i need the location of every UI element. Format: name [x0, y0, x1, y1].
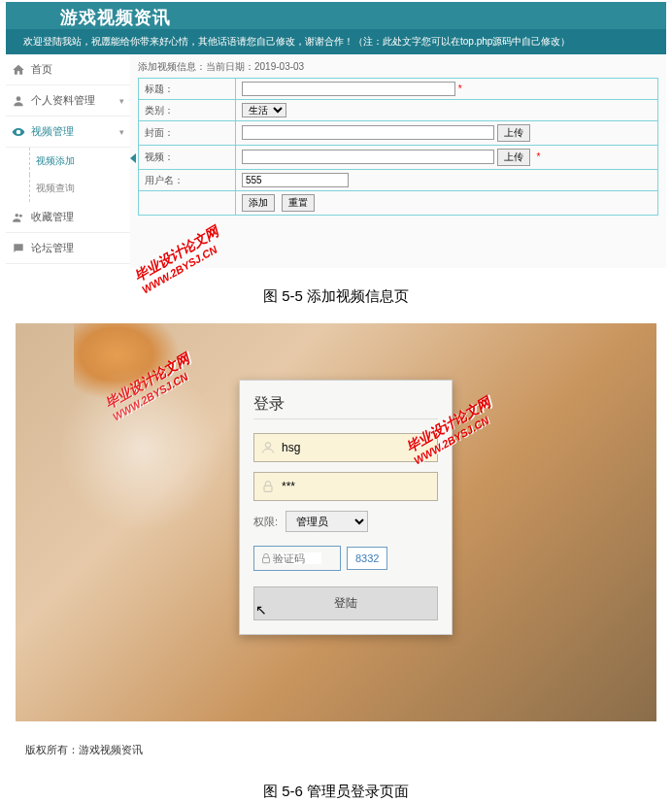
eye-icon: [12, 125, 25, 139]
form-row-video: 视频： 上传 *: [139, 146, 658, 170]
svg-point-2: [19, 214, 22, 217]
nav-forum-label: 论坛管理: [31, 241, 74, 255]
video-submenu: 视频添加 视频查询: [6, 148, 130, 202]
user-icon: [260, 440, 276, 455]
home-icon: [12, 63, 25, 77]
form-row-actions: 添加 重置: [139, 191, 658, 216]
captcha-code[interactable]: 8332: [347, 547, 387, 570]
content-area: 添加视频信息：当前日期：2019-03-03 标题： * 类别： 生活 封面： …: [130, 54, 666, 268]
admin-panel-screenshot: 游戏视频资讯 欢迎登陆我站，祝愿能给你带来好心情，其他话语请您自己修改，谢谢合作…: [6, 2, 666, 268]
captcha-field[interactable]: [253, 546, 341, 571]
form-row-cover: 封面： 上传: [139, 121, 658, 146]
login-button[interactable]: 登陆: [253, 586, 438, 620]
footer-copyright: 版权所有：游戏视频资讯: [16, 721, 656, 765]
nav-video-label: 视频管理: [31, 124, 74, 139]
video-upload-button[interactable]: 上传: [497, 149, 530, 166]
nav-profile[interactable]: 个人资料管理 ▾: [6, 85, 130, 117]
password-input[interactable]: [282, 480, 431, 493]
form-row-title: 标题： *: [139, 79, 658, 100]
login-panel: 登录 权限: 管理员 8332 登陆: [239, 380, 453, 635]
lock-icon: [259, 551, 273, 565]
chevron-down-icon: ▾: [119, 127, 124, 137]
login-title: 登录: [253, 394, 438, 415]
cover-input[interactable]: [242, 125, 494, 140]
divider: [253, 418, 438, 419]
main-area: 首页 个人资料管理 ▾ 视频管理 ▾ 视频添加 视频查询 收藏管理: [6, 54, 666, 268]
chevron-down-icon: ▾: [119, 96, 124, 106]
video-input[interactable]: [242, 150, 494, 164]
required-star: *: [458, 84, 462, 94]
nav-home[interactable]: 首页: [6, 54, 130, 85]
nav-forum[interactable]: 论坛管理: [6, 233, 130, 264]
site-title: 游戏视频资讯: [60, 6, 666, 29]
chat-icon: [12, 242, 25, 255]
nav-video-query[interactable]: 视频查询: [29, 175, 130, 202]
svg-point-0: [17, 96, 21, 101]
nav-favorites[interactable]: 收藏管理: [6, 202, 130, 233]
label-cover: 封面：: [139, 121, 236, 146]
lock-icon: [260, 479, 276, 494]
svg-rect-4: [264, 485, 272, 491]
label-category: 类别：: [139, 100, 236, 121]
watermark: 毕业设计论文网WWW.2BYSJ.CN: [102, 351, 199, 423]
form-row-category: 类别： 生活: [139, 100, 658, 121]
label-title: 标题：: [139, 79, 236, 100]
role-select[interactable]: 管理员: [286, 511, 368, 532]
caption-5-6: 图 5-6 管理员登录页面: [0, 765, 672, 802]
nav-favorites-label: 收藏管理: [31, 210, 74, 224]
caption-5-5: 图 5-5 添加视频信息页: [0, 270, 672, 323]
form-table: 标题： * 类别： 生活 封面： 上传 视频： 上传 * 用户名：: [138, 78, 658, 216]
captcha-row: 8332: [253, 546, 438, 571]
nav-video[interactable]: 视频管理 ▾: [6, 117, 130, 148]
login-background: 登录 权限: 管理员 8332 登陆 ↖: [16, 323, 656, 721]
required-star: *: [537, 151, 541, 162]
label-user: 用户名：: [139, 170, 236, 191]
username-field[interactable]: [253, 433, 438, 462]
svg-point-1: [16, 213, 19, 217]
cursor-icon: ↖: [255, 602, 267, 618]
user-input[interactable]: [242, 173, 349, 187]
svg-rect-5: [263, 557, 270, 562]
username-input[interactable]: [282, 441, 431, 454]
role-row: 权限: 管理员: [253, 511, 438, 532]
svg-point-3: [265, 443, 270, 448]
cover-upload-button[interactable]: 上传: [497, 124, 530, 142]
category-select[interactable]: 生活: [242, 103, 286, 117]
captcha-input[interactable]: [273, 552, 321, 564]
nav-home-label: 首页: [31, 62, 52, 77]
form-row-user: 用户名：: [139, 170, 658, 191]
top-banner: 游戏视频资讯: [6, 2, 666, 29]
reset-button[interactable]: 重置: [282, 194, 315, 212]
nav-profile-label: 个人资料管理: [31, 93, 95, 108]
password-field[interactable]: [253, 472, 438, 501]
sidebar: 首页 个人资料管理 ▾ 视频管理 ▾ 视频添加 视频查询 收藏管理: [6, 54, 130, 268]
label-video: 视频：: [139, 146, 236, 170]
welcome-bar: 欢迎登陆我站，祝愿能给你带来好心情，其他话语请您自己修改，谢谢合作！（注：此处文…: [6, 29, 666, 54]
page-header: 添加视频信息：当前日期：2019-03-03: [138, 60, 658, 74]
role-label: 权限:: [253, 515, 278, 529]
people-icon: [12, 211, 25, 224]
person-icon: [12, 94, 25, 108]
title-input[interactable]: [242, 82, 455, 96]
login-screenshot: 登录 权限: 管理员 8332 登陆 ↖: [16, 323, 656, 765]
nav-video-add[interactable]: 视频添加: [29, 148, 130, 175]
add-button[interactable]: 添加: [242, 194, 275, 212]
